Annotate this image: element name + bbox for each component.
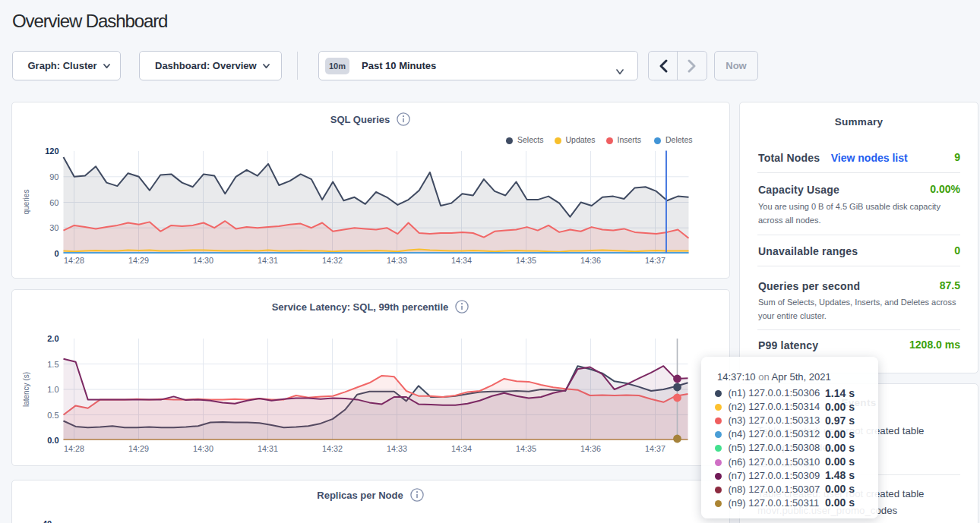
svg-text:14:35: 14:35 bbox=[516, 444, 536, 453]
svg-text:120: 120 bbox=[45, 147, 58, 156]
svg-text:90: 90 bbox=[49, 172, 58, 181]
svg-text:30: 30 bbox=[49, 223, 58, 232]
svg-text:14:29: 14:29 bbox=[128, 256, 149, 265]
svg-text:0: 0 bbox=[54, 249, 58, 258]
svg-text:60: 60 bbox=[49, 198, 58, 207]
svg-text:14:33: 14:33 bbox=[387, 256, 407, 265]
svg-text:1.5: 1.5 bbox=[47, 360, 58, 369]
svg-text:14:28: 14:28 bbox=[64, 256, 84, 265]
svg-text:14:35: 14:35 bbox=[516, 256, 536, 265]
svg-text:0.5: 0.5 bbox=[47, 411, 58, 420]
svg-text:14:29: 14:29 bbox=[128, 444, 149, 453]
svg-text:14:34: 14:34 bbox=[451, 256, 472, 265]
svg-text:14:37: 14:37 bbox=[645, 256, 665, 265]
svg-text:1.0: 1.0 bbox=[47, 385, 58, 394]
svg-text:14:28: 14:28 bbox=[64, 444, 84, 453]
svg-text:14:36: 14:36 bbox=[580, 444, 601, 453]
svg-text:14:36: 14:36 bbox=[580, 256, 601, 265]
svg-text:latency (s): latency (s) bbox=[21, 372, 30, 407]
svg-text:14:31: 14:31 bbox=[258, 444, 278, 453]
svg-text:14:30: 14:30 bbox=[193, 256, 213, 265]
svg-text:14:32: 14:32 bbox=[322, 444, 343, 453]
svg-text:14:34: 14:34 bbox=[451, 444, 472, 453]
svg-text:14:30: 14:30 bbox=[193, 444, 213, 453]
svg-text:14:32: 14:32 bbox=[322, 256, 343, 265]
svg-text:0.0: 0.0 bbox=[47, 436, 58, 445]
svg-text:14:33: 14:33 bbox=[387, 444, 407, 453]
svg-text:2.0: 2.0 bbox=[47, 334, 58, 343]
svg-text:14:31: 14:31 bbox=[258, 256, 278, 265]
svg-text:14:37: 14:37 bbox=[645, 444, 665, 453]
svg-text:queries: queries bbox=[21, 190, 30, 215]
